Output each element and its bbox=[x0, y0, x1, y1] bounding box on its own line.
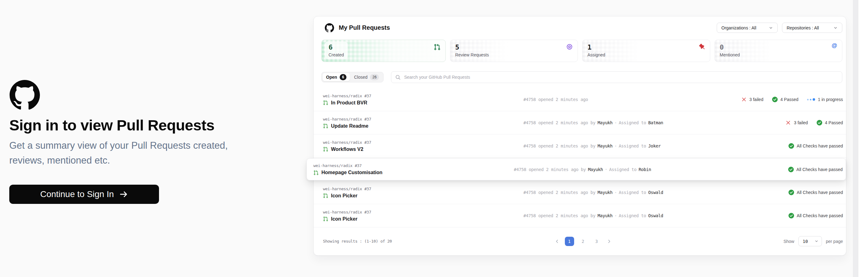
panel-header: My Pull Requests Organizations : All Rep… bbox=[314, 17, 846, 33]
pr-opened: #4758 opened 2 minutes ago by bbox=[514, 167, 586, 172]
mentioned-count: 0 bbox=[720, 44, 740, 51]
created-label: Created bbox=[329, 52, 344, 57]
tab-closed-label: Closed bbox=[354, 75, 368, 80]
github-mark-icon bbox=[325, 23, 334, 32]
chevron-right-icon bbox=[607, 239, 611, 244]
tab-closed-count-badge: 26 bbox=[370, 74, 379, 80]
pr-repo: wei-harness/radix #37 bbox=[323, 93, 523, 98]
pr-assignee: Joker bbox=[648, 143, 661, 148]
pr-row[interactable]: wei-harness/radix #37 Update Readme #475… bbox=[314, 111, 846, 135]
stat-card-mentioned[interactable]: 0 Mentioned @ bbox=[715, 40, 843, 62]
pr-row-highlighted[interactable]: wei-harness/radix #37 Homepage Customisa… bbox=[307, 158, 846, 180]
check-failed-item: 3 failed bbox=[741, 97, 764, 102]
check-passed-item: All Checks have passed bbox=[788, 190, 843, 195]
page-scrollbar-track[interactable] bbox=[853, 0, 859, 277]
repositories-filter[interactable]: Repositories : All bbox=[782, 23, 842, 33]
check-passed-item: 4 Passed bbox=[772, 97, 798, 102]
pr-row[interactable]: wei-harness/radix #37 Workflows V2 #4758… bbox=[314, 135, 846, 158]
tab-closed[interactable]: Closed 26 bbox=[350, 73, 382, 81]
pr-author: Mayukh bbox=[598, 120, 613, 125]
continue-signin-label: Continue to Sign In bbox=[40, 189, 114, 199]
pr-opened: #4758 opened 2 minutes ago by bbox=[523, 213, 595, 218]
pr-repo: wei-harness/radix #37 bbox=[323, 210, 523, 214]
pull-request-icon bbox=[323, 216, 328, 222]
page-button-3[interactable]: 3 bbox=[592, 237, 601, 246]
chevron-down-icon bbox=[769, 26, 773, 30]
stat-card-assigned[interactable]: 1 Assigned bbox=[582, 40, 710, 62]
pr-checks: All Checks have passed bbox=[788, 143, 843, 149]
pr-assigned-label: Assigned to bbox=[609, 167, 636, 172]
status-tabs: Open 6 Closed 26 bbox=[321, 72, 383, 82]
pr-title: Workflows V2 bbox=[331, 146, 364, 152]
pr-meta: #4758 opened 2 minutes ago by Mayukh • A… bbox=[523, 213, 782, 218]
pull-request-icon bbox=[313, 170, 319, 175]
pr-assigned-label: Assigned to bbox=[619, 213, 646, 218]
tab-open-label: Open bbox=[326, 75, 337, 80]
progress-dots-icon bbox=[807, 98, 815, 101]
page-size-select[interactable]: 10 bbox=[798, 236, 822, 246]
signin-subtitle: Get a summary view of your Pull Requests… bbox=[9, 138, 254, 168]
pr-meta: #4758 opened 2 minutes ago by Mayukh • A… bbox=[523, 120, 779, 125]
pr-checks: All Checks have passed bbox=[788, 167, 843, 172]
check-circle-icon bbox=[788, 213, 794, 218]
pr-repo: wei-harness/radix #37 bbox=[323, 187, 523, 191]
pr-assigned-label: Assigned to bbox=[619, 143, 646, 148]
pr-repo: wei-harness/radix #37 bbox=[313, 163, 514, 168]
pr-row[interactable]: wei-harness/radix #37 In Product BVR #47… bbox=[314, 88, 846, 111]
pr-meta: #4758 opened 2 minutes ago by Mayukh • A… bbox=[523, 143, 782, 148]
tab-open[interactable]: Open 6 bbox=[323, 73, 350, 81]
check-circle-icon bbox=[788, 190, 794, 195]
check-circle-icon bbox=[788, 167, 794, 172]
search-box bbox=[391, 71, 842, 83]
continue-signin-button[interactable]: Continue to Sign In bbox=[9, 185, 159, 204]
pr-checks: 3 failed 4 Passed bbox=[785, 120, 843, 126]
next-page-button[interactable] bbox=[606, 238, 613, 245]
pr-opened: #4758 opened 2 minutes ago by bbox=[523, 120, 595, 125]
chevron-left-icon bbox=[555, 239, 559, 244]
organizations-filter[interactable]: Organizations : All bbox=[717, 23, 778, 33]
pr-assignee: Batman bbox=[648, 120, 663, 125]
tab-open-count-badge: 6 bbox=[340, 74, 347, 80]
pr-title: In Product BVR bbox=[331, 100, 367, 106]
pull-request-icon bbox=[323, 146, 328, 152]
pr-author: Mayukh bbox=[598, 143, 613, 148]
check-passed-item: All Checks have passed bbox=[788, 143, 843, 149]
pr-assignee: Oswald bbox=[648, 213, 663, 218]
at-icon: @ bbox=[832, 43, 837, 49]
pr-assignee: Oswald bbox=[648, 190, 663, 195]
pr-row[interactable]: wei-harness/radix #37 Icon Picker #4758 … bbox=[314, 181, 846, 204]
pull-request-icon bbox=[323, 123, 328, 129]
pr-checks: 3 failed 4 Passed 1 in progress bbox=[741, 97, 843, 102]
pr-assigned-label: Assigned to bbox=[619, 190, 646, 195]
chevron-down-icon bbox=[814, 239, 818, 243]
page: Sign in to view Pull Requests Get a summ… bbox=[0, 0, 868, 277]
repositories-filter-label: Repositories : All bbox=[787, 25, 819, 30]
pull-request-icon bbox=[323, 193, 328, 198]
organizations-filter-label: Organizations : All bbox=[721, 25, 756, 30]
check-circle-icon bbox=[788, 143, 794, 149]
pr-checks: All Checks have passed bbox=[788, 213, 843, 218]
x-icon bbox=[741, 97, 747, 102]
pr-row[interactable]: wei-harness/radix #37 Icon Picker #4758 … bbox=[314, 204, 846, 227]
prev-page-button[interactable] bbox=[554, 238, 560, 245]
search-input[interactable] bbox=[404, 75, 838, 80]
page-button-2[interactable]: 2 bbox=[579, 237, 588, 246]
check-circle-icon bbox=[772, 97, 778, 102]
pr-title: Homepage Customisation bbox=[321, 170, 382, 175]
show-label: Show bbox=[783, 239, 795, 244]
check-passed-item: All Checks have passed bbox=[788, 213, 843, 218]
search-icon bbox=[395, 75, 401, 80]
check-failed-item: 3 failed bbox=[785, 120, 808, 126]
eye-icon bbox=[566, 44, 572, 50]
pagination: 1 2 3 bbox=[554, 237, 613, 246]
page-button-1[interactable]: 1 bbox=[565, 237, 574, 246]
pr-opened: #4758 opened 2 minutes ago bbox=[523, 97, 588, 102]
pull-request-icon bbox=[434, 44, 440, 51]
github-logo-icon bbox=[9, 80, 40, 110]
pr-list: wei-harness/radix #37 In Product BVR #47… bbox=[314, 88, 846, 227]
pr-meta: #4758 opened 2 minutes ago by Mayukh • A… bbox=[514, 167, 782, 172]
pr-checks: All Checks have passed bbox=[788, 190, 843, 195]
stat-card-review-requests[interactable]: 5 Review Requests bbox=[450, 40, 578, 62]
stat-card-created[interactable]: 6 Created bbox=[321, 40, 446, 62]
pr-title: Update Readme bbox=[331, 123, 368, 129]
